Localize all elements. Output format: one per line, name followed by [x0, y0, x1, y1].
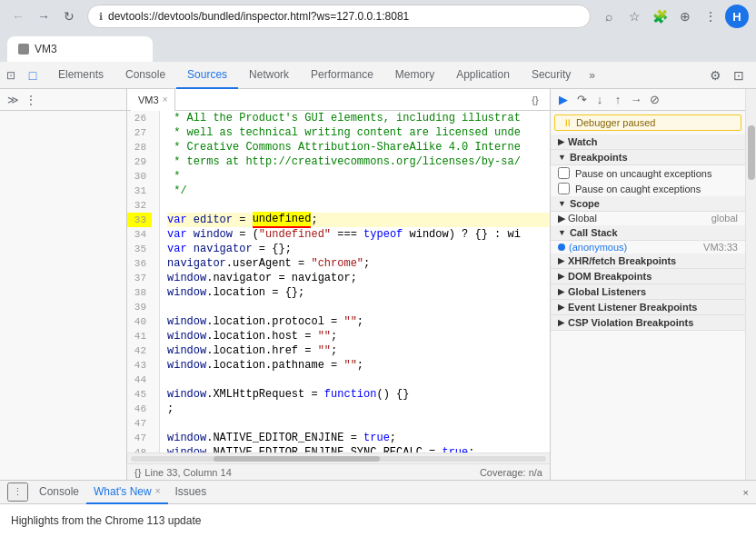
tab-memory[interactable]: Memory — [384, 62, 445, 89]
vscroll-thumb[interactable] — [748, 125, 755, 180]
bottom-menu-btn[interactable]: ⋮ — [7, 482, 28, 502]
vertical-scrollbar[interactable] — [745, 89, 756, 480]
line-47b: 47 — [127, 431, 152, 445]
debugger-panel: ▶ ↷ ↓ ↑ → ⊘ ⏸ Debugger paused ▶ Watch — [550, 89, 745, 480]
pause-caught-item: Pause on caught exceptions — [551, 181, 745, 196]
call-stack-label: Call Stack — [570, 227, 618, 238]
back-button[interactable]: ← — [7, 5, 29, 27]
devtools-tabs: ⊡ □ Elements Console Sources Network Per… — [0, 62, 698, 89]
sources-file-tab[interactable]: VM3 × — [131, 89, 175, 111]
call-stack-anonymous-label: (anonymous) — [569, 242, 627, 253]
devtools-device-icon[interactable]: □ — [22, 68, 44, 83]
code-line-26: * All the Product's GUI elements, includ… — [167, 111, 550, 125]
code-line-47a — [167, 416, 550, 431]
line-36: 36 — [127, 256, 152, 271]
code-line-37: window.navigator = navigator; — [167, 271, 550, 285]
call-stack-item-anonymous[interactable]: (anonymous) VM3:33 — [551, 241, 745, 254]
line-46: 46 — [127, 402, 152, 416]
bottom-close-btn[interactable]: × — [743, 487, 749, 498]
tab-sources[interactable]: Sources — [176, 62, 238, 89]
extensions-button[interactable]: 🧩 — [649, 5, 671, 27]
bottom-content-text: Highlights from the Chrome 113 update — [11, 514, 201, 527]
step-out-btn[interactable]: ↑ — [609, 91, 627, 109]
scope-global-label[interactable]: ▶ Global — [558, 213, 597, 224]
event-listener-section-header[interactable]: ▶ Event Listener Breakpoints — [551, 300, 745, 315]
address-bar[interactable]: ℹ devtools://devtools/bundled/inspector.… — [87, 5, 591, 28]
devtools-inspect-icon[interactable]: ⊡ — [0, 69, 22, 82]
code-line-27: * well as technical writing content are … — [167, 125, 550, 140]
code-line-48: window.NATIVE_EDITOR_ENJINE_SYNC_RECALC … — [167, 445, 550, 452]
call-stack-arrow-icon: ▼ — [558, 228, 566, 237]
console-tab-label: Console — [39, 485, 79, 498]
forward-button[interactable]: → — [33, 5, 55, 27]
code-line-40: window.location.protocol = ""; — [167, 314, 550, 329]
breakpoints-label: Breakpoints — [570, 152, 628, 163]
line-numbers: 26 27 28 29 30 31 32 33 34 35 36 37 — [127, 111, 160, 452]
devtools-toolbar: ⊡ □ Elements Console Sources Network Per… — [0, 62, 756, 89]
pause-caught-checkbox[interactable] — [558, 183, 570, 194]
code-line-42: window.location.href = ""; — [167, 343, 550, 358]
line-43: 43 — [127, 358, 152, 373]
line-35: 35 — [127, 242, 152, 256]
code-line-45: window.XMLHttpRequest = function() {} — [167, 387, 550, 402]
code-lines: 26 27 28 29 30 31 32 33 34 35 36 37 — [127, 111, 550, 452]
tab-application[interactable]: Application — [445, 62, 521, 89]
tab-elements[interactable]: Elements — [47, 62, 114, 89]
tab-performance[interactable]: Performance — [300, 62, 384, 89]
csp-section-header[interactable]: ▶ CSP Violation Breakpoints — [551, 315, 745, 331]
bookmark-button[interactable]: ☆ — [623, 5, 645, 27]
browser-tab[interactable]: VM3 — [7, 36, 153, 62]
bottom-tab-console[interactable]: Console — [32, 481, 86, 504]
profile-button[interactable]: H — [725, 5, 749, 28]
code-content[interactable]: 26 27 28 29 30 31 32 33 34 35 36 37 — [127, 111, 550, 452]
line-39: 39 — [127, 300, 152, 314]
hscroll-thumb[interactable] — [214, 456, 380, 462]
tab-console[interactable]: Console — [114, 62, 176, 89]
tab-network[interactable]: Network — [238, 62, 300, 89]
breakpoints-section-header[interactable]: ▼ Breakpoints — [551, 150, 745, 165]
bottom-tab-whatsnew[interactable]: What's New × — [86, 481, 167, 504]
call-stack-section-header[interactable]: ▼ Call Stack — [551, 225, 745, 241]
deactivate-btn[interactable]: ⊘ — [645, 91, 663, 109]
reload-button[interactable]: ↻ — [58, 5, 80, 27]
search-button[interactable]: ⌕ — [598, 5, 620, 27]
tab-security[interactable]: Security — [521, 62, 582, 89]
line-27: 27 — [127, 125, 152, 140]
global-listeners-section-header[interactable]: ▶ Global Listeners — [551, 284, 745, 300]
csp-label: CSP Violation Breakpoints — [568, 317, 693, 328]
scope-section-header[interactable]: ▼ Scope — [551, 196, 745, 212]
code-body[interactable]: * All the Product's GUI elements, includ… — [160, 111, 550, 452]
file-tab-close[interactable]: × — [163, 94, 168, 104]
xhr-label: XHR/fetch Breakpoints — [568, 255, 676, 266]
bottom-tab-issues[interactable]: Issues — [168, 481, 214, 504]
breakpoints-content: Pause on uncaught exceptions Pause on ca… — [551, 165, 745, 196]
resume-btn[interactable]: ▶ — [554, 91, 572, 109]
sync-button[interactable]: ⊕ — [674, 5, 696, 27]
line-31: 31 — [127, 184, 152, 198]
horizontal-scrollbar[interactable] — [127, 452, 550, 463]
devtools-dock-btn[interactable]: ⊡ — [729, 65, 749, 85]
curly-braces-icon: {} — [134, 467, 141, 478]
scope-label: Scope — [570, 198, 600, 209]
pause-uncaught-item: Pause on uncaught exceptions — [551, 165, 745, 181]
line-48: 48 — [127, 445, 152, 452]
code-line-35: var navigator = {}; — [167, 242, 550, 256]
line-34: 34 — [127, 227, 152, 242]
dom-section-header[interactable]: ▶ DOM Breakpoints — [551, 269, 745, 284]
step-over-btn[interactable]: ↷ — [572, 91, 591, 109]
sidebar-more-btn[interactable]: ≫ — [4, 91, 22, 109]
sidebar-menu-btn[interactable]: ⋮ — [22, 91, 40, 109]
devtools-more-tabs[interactable]: » — [582, 65, 602, 85]
line-47: 47 — [127, 416, 152, 431]
format-icon[interactable]: {} — [528, 93, 542, 107]
step-btn[interactable]: → — [627, 91, 645, 109]
debugger-toolbar: ▶ ↷ ↓ ↑ → ⊘ — [551, 89, 745, 111]
devtools-settings-btn[interactable]: ⚙ — [705, 65, 725, 85]
watch-section-header[interactable]: ▶ Watch — [551, 134, 745, 150]
pause-uncaught-checkbox[interactable] — [558, 167, 570, 179]
nav-buttons: ← → ↻ — [7, 5, 80, 27]
step-into-btn[interactable]: ↓ — [591, 91, 609, 109]
whatsnew-tab-close[interactable]: × — [155, 486, 161, 496]
xhr-section-header[interactable]: ▶ XHR/fetch Breakpoints — [551, 254, 745, 269]
more-button[interactable]: ⋮ — [700, 5, 721, 27]
